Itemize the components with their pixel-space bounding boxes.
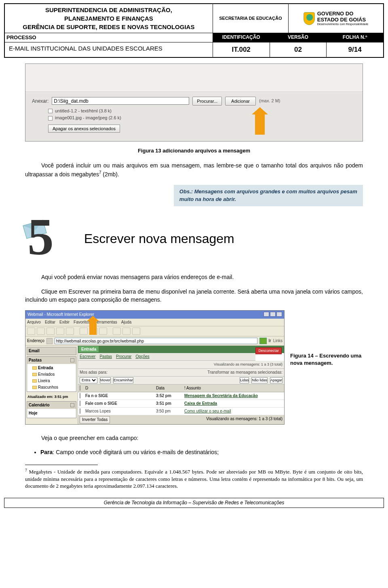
main-panel: Entrada Desconectar Escrever Pastas Proc…	[78, 346, 284, 424]
stop-icon[interactable]	[46, 328, 55, 335]
section-5-title: Escrever nova mensagem	[84, 230, 234, 248]
menu-item[interactable]: Exibir	[59, 319, 70, 325]
screenshot-attach: Anexar: Procurar... Adicionar (max. 2 M)…	[25, 63, 363, 142]
footnote-separator	[25, 465, 98, 465]
refresh-icon[interactable]	[56, 328, 64, 335]
folder-icon	[32, 373, 37, 376]
window-title: Webmail - Microsoft Internet Explorer	[27, 312, 94, 317]
menu-item[interactable]: Ajuda	[121, 319, 132, 325]
footnote-7: 7 Megabytes - Unidade de medida para com…	[25, 467, 363, 490]
maximize-icon[interactable]	[270, 312, 276, 317]
checkbox-icon[interactable]	[80, 401, 80, 406]
gov-l3: Desenvolvimento com Responsabilidade	[317, 23, 368, 26]
vis-count: Visualizando as mensagens: 1 a 3 (3 tota…	[214, 362, 283, 367]
home-icon[interactable]	[66, 328, 74, 335]
gov-l1: GOVERNO DO	[317, 11, 368, 17]
msg-header-row: D Data ! Assunto	[78, 385, 284, 392]
lbl-versao: VERSÃO	[270, 33, 327, 42]
ie-toolbar	[25, 326, 284, 336]
attach-input[interactable]	[52, 97, 189, 105]
disconnect-button[interactable]: Desconectar	[255, 347, 282, 354]
sidebar-email[interactable]: Email	[29, 348, 40, 354]
folder-item[interactable]: Enviados	[28, 371, 75, 378]
menubar: Arquivo Editar Exibir Favoritos Ferramen…	[25, 319, 284, 326]
apagar-button[interactable]	[270, 377, 283, 383]
action-bar: Escrever Pastas Procurar Opções	[78, 353, 255, 361]
folder-item[interactable]: Rascunhos	[28, 384, 75, 391]
forward-icon[interactable]	[37, 328, 45, 335]
edit-icon[interactable]	[132, 328, 140, 335]
search-icon[interactable]	[80, 328, 88, 335]
checkbox-icon[interactable]	[48, 109, 53, 113]
folder-select[interactable]: Entra	[80, 377, 97, 383]
history-icon[interactable]	[99, 328, 107, 335]
go-button[interactable]	[259, 338, 267, 344]
naolidas-button[interactable]	[251, 377, 268, 383]
checkbox-icon[interactable]	[80, 408, 80, 414]
opcoes-link[interactable]: Opções	[135, 354, 149, 360]
encaminhar-button[interactable]	[113, 377, 133, 383]
print-icon[interactable]	[122, 328, 131, 335]
folder-icon	[32, 366, 37, 370]
close-icon[interactable]	[276, 312, 282, 317]
val-ver: 02	[270, 42, 327, 57]
lbl-folha: FOLHA N.º	[327, 33, 383, 42]
mover-button[interactable]	[100, 377, 111, 383]
delete-selected-button[interactable]: Apagar os anexos selecionados	[48, 125, 120, 133]
sidebar-cal[interactable]: Calendário	[29, 402, 50, 408]
field-bullets: Para: Campo onde você digitará um ou vár…	[40, 448, 363, 457]
checkbox-icon[interactable]	[80, 393, 80, 398]
org-l1: SUPERINTENDENCIA DE ADMINISTRAÇÃO,	[7, 6, 210, 14]
number-5-icon: 5	[25, 218, 74, 259]
transform-label: Transformar as mensagens selecionadas:	[207, 370, 283, 375]
mail-icon[interactable]	[113, 328, 121, 335]
val-folha: 9/14	[327, 42, 383, 57]
folder-item[interactable]: Entrada	[28, 365, 75, 371]
attach-item: image001.jpg - image/jpeg (2.6 k)	[48, 115, 356, 121]
folder-icon	[32, 386, 37, 389]
back-icon[interactable]	[27, 328, 35, 335]
entrada-tab[interactable]: Entrada	[79, 346, 99, 352]
state-coat-icon	[304, 12, 315, 25]
sidebar: Email Pastas Entrada Enviados Lixeira Ra…	[25, 346, 78, 424]
arrow-highlight-icon	[89, 321, 97, 335]
folder-item[interactable]: Lixeira	[28, 378, 75, 384]
procurar-link[interactable]: Procurar	[116, 354, 131, 360]
obs-callout: Obs.: Mensagens com arquivos grandes e c…	[174, 185, 363, 207]
val-id: IT.002	[213, 42, 270, 57]
checkbox-icon[interactable]	[48, 116, 53, 121]
pastas-link[interactable]: Pastas	[99, 354, 112, 360]
invert-button[interactable]: Inverter Todas	[80, 416, 110, 423]
lidas-button[interactable]	[240, 377, 249, 383]
sidebar-pastas[interactable]: Pastas	[29, 357, 42, 363]
collapse-icon[interactable]	[70, 358, 74, 362]
msg-row[interactable]: Fa n o SIGE3:52 pmMensagem da Secretária…	[78, 392, 284, 400]
paragraph-1: Você poderá incluir um ou mais arquivos …	[25, 162, 363, 178]
menu-item[interactable]: Editar	[45, 319, 55, 325]
folder-icon	[32, 379, 37, 383]
links-label[interactable]: Links	[273, 338, 283, 344]
org-block: SUPERINTENDENCIA DE ADMINISTRAÇÃO, PLANE…	[5, 4, 213, 33]
address-bar: Endereço Ir Links	[25, 336, 284, 346]
doc-title: E-MAIL INSTITUCIONAL DAS UNIDADES ESCOLA…	[5, 42, 213, 57]
address-label: Endereço	[27, 338, 44, 344]
escrever-link[interactable]: Escrever	[80, 354, 95, 360]
collapse-icon[interactable]	[70, 403, 74, 407]
org-l2: PLANEJAMENTO E FINANÇAS	[7, 14, 210, 23]
msg-row[interactable]: Fale com o SIGE3:51 pmCaixa de Entrada	[78, 400, 284, 408]
minimize-icon[interactable]	[264, 312, 269, 317]
max-note: (max. 2 M)	[259, 98, 280, 104]
address-input[interactable]	[55, 338, 257, 344]
document-header: SUPERINTENDENCIA DE ADMINISTRAÇÃO, PLANE…	[4, 3, 384, 58]
attach-item: untitled-1.2 - text/html (3.8 k)	[48, 108, 356, 114]
gov-l2: ESTADO DE GOIÁS	[317, 17, 368, 23]
browse-button[interactable]: Procurar...	[192, 97, 222, 106]
updated-label: Atualizado em: 3:51 pm	[27, 395, 68, 399]
add-button[interactable]: Adicionar	[225, 97, 256, 106]
checkbox-icon[interactable]	[80, 385, 80, 391]
paragraph-4: Veja o que preencher em cada campo:	[25, 434, 363, 442]
menu-item[interactable]: Arquivo	[27, 319, 41, 325]
msg-row[interactable]: Marcos Lopes3:50 pmComo utilizar o seu e…	[78, 408, 284, 415]
secretaria: SECRETARIA DE EDUCAÇÃO	[213, 4, 289, 33]
gov-block: GOVERNO DO ESTADO DE GOIÁS Desenvolvimen…	[289, 4, 383, 33]
